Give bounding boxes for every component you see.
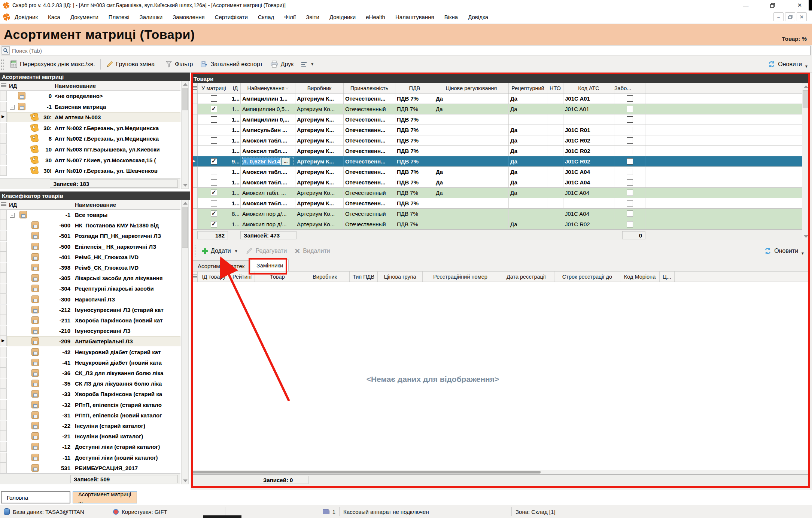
tree-row[interactable]: -42Нецукровий діабет (старий кат — [0, 347, 180, 358]
tree-row[interactable]: -401Реімб_НК_Глюкоза IVD — [0, 252, 180, 263]
col-id[interactable]: ИД — [9, 200, 17, 209]
tree-row[interactable]: -212Імуносупресивні ЛЗ (старий кат — [0, 305, 180, 315]
tree-row[interactable]: 30!Апт №010 г.Березань, ул. Шевченков — [0, 166, 180, 176]
in-matrix-checkbox[interactable] — [211, 116, 217, 123]
in-matrix-checkbox[interactable] — [211, 169, 217, 175]
tab-zaminnyky[interactable]: Замінники — [251, 259, 289, 271]
substitutes-column-header[interactable]: ІД товару — [198, 272, 230, 282]
in-matrix-cell[interactable] — [198, 188, 230, 198]
tree-row[interactable]: -33Хвороба Паркінсона (старий ка — [0, 389, 180, 399]
products-column-header[interactable]: Цінове регулювання — [434, 83, 509, 93]
forbidden-checkbox[interactable] — [627, 221, 633, 227]
menu-item-звіти[interactable]: Звіти — [306, 14, 319, 20]
in-matrix-cell[interactable] — [198, 104, 230, 114]
restore-icon[interactable] — [768, 1, 778, 9]
mdi-minimize-icon[interactable]: – — [773, 12, 784, 21]
add-button[interactable]: Додати▼ — [198, 245, 242, 257]
tree-row[interactable]: -11Доступні ліки (новий каталог) — [0, 453, 180, 463]
tree-row[interactable]: -41Нецукровий діабет (новий ката — [0, 358, 180, 368]
delete-button[interactable]: ✕ Видалити — [291, 245, 334, 257]
tree-row[interactable]: 0<не определено> — [0, 91, 180, 101]
product-row[interactable]: 1...Амоксил табл....Артериум К...Отечест… — [191, 167, 810, 177]
forbidden-checkbox[interactable] — [627, 106, 633, 112]
menu-item-сертифікати[interactable]: Сертифікати — [215, 14, 248, 20]
name-cell[interactable]: Амоксил пор д/... — [241, 219, 295, 229]
tree-row[interactable]: -32РПтП, епілепсія (старий катало — [0, 400, 180, 410]
in-matrix-cell[interactable] — [198, 177, 230, 187]
substitutes-column-header[interactable]: Строк реєстрації до — [554, 272, 620, 282]
sub-toolbar-grip[interactable] — [192, 245, 195, 257]
tree-row[interactable]: -12Доступні ліки (старий каталог) — [0, 442, 180, 452]
global-export-button[interactable]: Загальний експорт — [197, 58, 266, 71]
products-column-header[interactable]: Приналежність — [344, 83, 395, 93]
close-icon[interactable]: ✕ — [795, 1, 805, 9]
product-row[interactable]: 1...Амоксил табл....Артериум К...Отечест… — [191, 146, 810, 156]
products-column-header[interactable]: ІД — [230, 83, 241, 93]
column-chooser-icon[interactable] — [1, 83, 6, 88]
search-icon[interactable] — [1, 46, 10, 55]
tree-row[interactable]: −-1Все товары — [0, 210, 180, 220]
forbidden-checkbox[interactable] — [627, 137, 633, 144]
in-matrix-cell[interactable] — [198, 167, 230, 177]
forbidden-cell[interactable] — [614, 209, 645, 219]
tree-row[interactable]: -500Епілепсія_ НК_наркотичні ЛЗ — [0, 242, 180, 252]
forbidden-cell[interactable] — [614, 135, 645, 145]
products-column-header[interactable]: Рецептурний — [509, 83, 547, 93]
name-cell[interactable]: Ампициллин 1... — [241, 94, 295, 104]
menu-item-ehealth[interactable]: eHealth — [366, 14, 385, 20]
product-row[interactable]: 1...Ампициллин 1...Артериум К...Отечеств… — [191, 94, 810, 104]
substitutes-column-header[interactable]: Реєстраційний номер — [423, 272, 498, 282]
name-cell[interactable]: Ампициллин 0,... — [241, 114, 295, 125]
substitutes-column-header[interactable]: Цінова група — [378, 272, 423, 282]
products-column-header[interactable]: ПДВ — [395, 83, 434, 93]
substitutes-hscrollbar[interactable] — [191, 470, 810, 474]
in-matrix-cell[interactable] — [198, 125, 230, 135]
products-column-header[interactable]: Виробник — [295, 83, 344, 93]
tree-row[interactable]: -210Імуносупресивні ЛЗ — [0, 326, 180, 336]
tree-row[interactable]: -22Інсуліни (старий каталог) — [0, 421, 180, 431]
in-matrix-cell[interactable] — [198, 94, 230, 104]
minimize-icon[interactable]: — — [741, 1, 751, 9]
menu-item-довідка[interactable]: Довідка — [468, 14, 488, 20]
in-matrix-cell[interactable] — [198, 219, 230, 229]
editor-ellipsis-button[interactable]: ... — [282, 158, 290, 165]
menu-item-каса[interactable]: Каса — [48, 14, 60, 20]
forbidden-checkbox[interactable] — [627, 116, 633, 123]
tree-row[interactable]: 30:АМ аптеки №003 — [0, 112, 180, 123]
forbidden-cell[interactable] — [614, 219, 645, 229]
forbidden-checkbox[interactable] — [627, 127, 633, 133]
view-options-button[interactable]: ▼ — [297, 58, 318, 71]
expand-toggle-icon[interactable]: − — [10, 213, 15, 218]
tree-row[interactable]: -501Розлади ПП_НК_наркотичні ЛЗ — [0, 231, 180, 241]
in-matrix-checkbox[interactable] — [211, 200, 217, 206]
in-matrix-cell[interactable] — [198, 209, 230, 219]
in-matrix-cell[interactable] — [198, 146, 230, 156]
products-column-header[interactable]: Код АТС — [563, 83, 614, 93]
name-cell[interactable]: Амоксил табл.... — [241, 177, 295, 187]
product-row[interactable]: 1...Амоксил табл. ...Артериум Ко...Отече… — [191, 188, 810, 198]
tab-holovna[interactable]: Головна — [1, 491, 70, 503]
substitutes-column-header[interactable]: Код Моріона — [620, 272, 660, 282]
name-cell[interactable]: Амоксил табл.... — [241, 146, 295, 156]
mdi-close-icon[interactable]: ✕ — [797, 12, 807, 21]
forbidden-cell[interactable] — [614, 146, 645, 156]
substitutes-column-header[interactable]: Тип ПДВ — [350, 272, 378, 282]
products-scrollbar[interactable] — [802, 83, 809, 240]
forbidden-cell[interactable] — [614, 188, 645, 198]
forbidden-checkbox[interactable] — [627, 148, 633, 154]
tree-row[interactable]: 30Апт №007 г.Киев, ул.Московская,15 ( — [0, 155, 180, 166]
forbidden-cell[interactable] — [614, 125, 645, 135]
products-column-header[interactable]: У матриці — [198, 83, 230, 93]
tree-row[interactable]: -600НК_Постанова КМУ №1380 від — [0, 220, 180, 231]
in-matrix-checkbox[interactable] — [211, 95, 217, 102]
tree-row[interactable]: -209Антибактеріальні ЛЗ — [0, 336, 180, 347]
name-cell[interactable]: Амписульбин ... — [241, 125, 295, 135]
product-row[interactable]: 1...Амоксил табл....Артериум К...Отечест… — [191, 177, 810, 188]
refresh-button-top[interactable]: Оновити▼ — [768, 61, 808, 68]
name-cell[interactable]: Ампициллин 0,5... — [241, 104, 295, 114]
tree-row[interactable]: -398Реімб_СК_Глюкоза IVD — [0, 263, 180, 273]
tab-asortyment-matrytsi[interactable]: Асортимент матриці ... — [73, 491, 137, 503]
tree-row[interactable]: -31РПтП, епілепсія (новий каталог — [0, 410, 180, 421]
forbidden-checkbox[interactable] — [627, 200, 633, 206]
product-row[interactable]: 1...Амписульбин ...Артериум К...Отечеств… — [191, 125, 810, 135]
